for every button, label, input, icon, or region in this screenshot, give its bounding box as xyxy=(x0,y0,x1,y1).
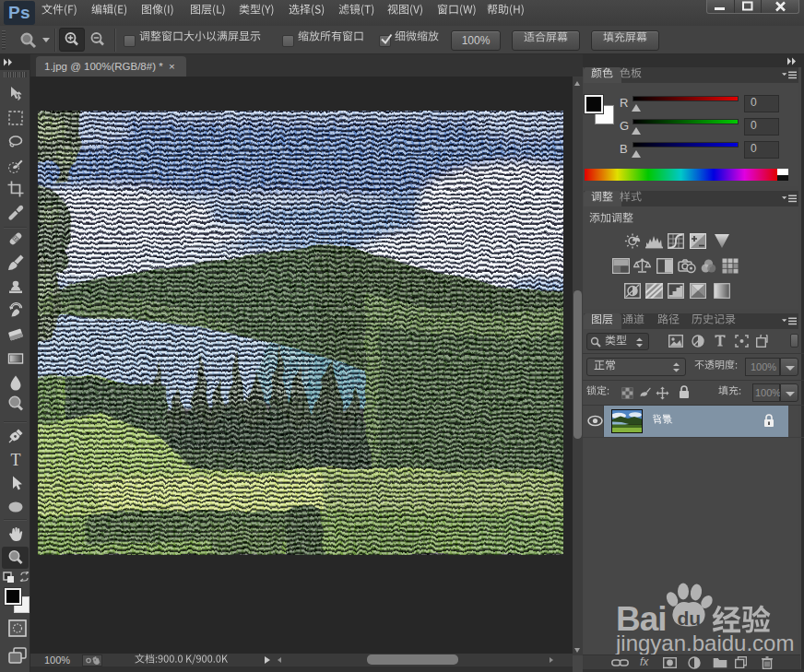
svg-text:jingyan.baidu.com: jingyan.baidu.com xyxy=(615,631,794,654)
svg-text:T: T xyxy=(10,451,20,469)
svg-text:du: du xyxy=(678,607,702,629)
